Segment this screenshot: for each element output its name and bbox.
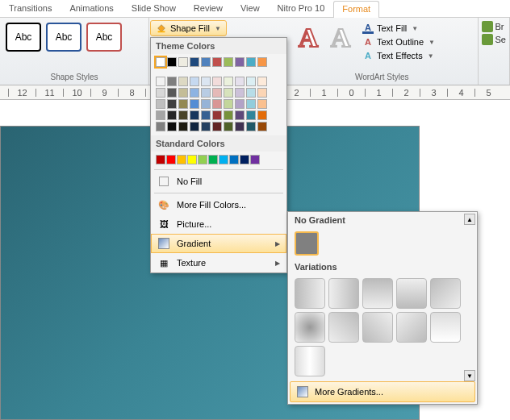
gradient-variation[interactable] [362, 312, 393, 343]
color-swatch[interactable] [190, 122, 199, 131]
color-swatch[interactable] [212, 110, 222, 120]
color-swatch[interactable] [235, 57, 245, 67]
color-swatch[interactable] [156, 122, 165, 131]
color-swatch[interactable] [224, 57, 233, 67]
color-swatch[interactable] [201, 122, 211, 131]
color-swatch[interactable] [201, 110, 211, 120]
color-swatch[interactable] [224, 122, 233, 131]
text-outline-button[interactable]: A Text Outline ▼ [360, 35, 437, 48]
color-swatch[interactable] [201, 57, 211, 67]
color-swatch[interactable] [250, 155, 260, 164]
color-swatch[interactable] [212, 57, 222, 67]
color-swatch[interactable] [246, 110, 256, 120]
scroll-up-button[interactable]: ▲ [464, 214, 475, 225]
color-swatch[interactable] [177, 155, 186, 164]
color-swatch[interactable] [246, 122, 256, 131]
color-swatch[interactable] [167, 57, 177, 67]
gradient-variation[interactable] [295, 346, 325, 376]
color-swatch[interactable] [224, 110, 233, 120]
color-swatch[interactable] [201, 88, 211, 98]
color-swatch[interactable] [156, 77, 165, 86]
color-swatch[interactable] [156, 88, 165, 98]
color-swatch[interactable] [156, 155, 165, 164]
gradient-variation[interactable] [362, 278, 393, 309]
color-swatch[interactable] [224, 99, 233, 109]
color-swatch[interactable] [178, 88, 188, 98]
tab-view[interactable]: View [232, 0, 269, 17]
color-swatch[interactable] [167, 122, 177, 131]
color-swatch[interactable] [219, 155, 228, 164]
send-backward-button[interactable]: Se [482, 34, 506, 45]
shape-style-preset-2[interactable]: Abc [46, 23, 82, 52]
color-swatch[interactable] [190, 77, 199, 86]
tab-review[interactable]: Review [185, 0, 232, 17]
color-swatch[interactable] [178, 57, 188, 67]
color-swatch[interactable] [229, 155, 239, 164]
wordart-preset-2[interactable]: A [326, 23, 355, 53]
gradient-variation[interactable] [396, 312, 427, 343]
color-swatch[interactable] [208, 155, 218, 164]
color-swatch[interactable] [240, 155, 249, 164]
color-swatch[interactable] [246, 88, 256, 98]
color-swatch[interactable] [224, 77, 233, 86]
color-swatch[interactable] [257, 57, 267, 67]
no-gradient-thumb[interactable] [295, 231, 319, 256]
tab-transitions[interactable]: Transitions [0, 0, 61, 17]
shape-style-preset-3[interactable]: Abc [86, 23, 122, 52]
color-swatch[interactable] [235, 122, 245, 131]
color-swatch[interactable] [212, 88, 222, 98]
gradient-variation[interactable] [328, 312, 359, 343]
color-swatch[interactable] [166, 155, 176, 164]
no-fill-item[interactable]: No Fill [151, 172, 286, 191]
texture-fill-item[interactable]: ▦ Texture [151, 253, 286, 272]
color-swatch[interactable] [246, 99, 256, 109]
color-swatch[interactable] [178, 122, 188, 131]
gradient-variation[interactable] [430, 278, 461, 309]
gradient-variation[interactable] [430, 312, 461, 343]
more-gradients-item[interactable]: More Gradients... [290, 381, 475, 402]
bring-forward-button[interactable]: Br [482, 21, 506, 32]
text-effects-button[interactable]: A Text Effects ▼ [360, 49, 437, 62]
tab-slide-show[interactable]: Slide Show [123, 0, 185, 17]
gradient-variation[interactable] [295, 278, 325, 309]
color-swatch[interactable] [198, 155, 207, 164]
color-swatch[interactable] [178, 99, 188, 109]
shape-fill-button[interactable]: Shape Fill ▼ [150, 20, 227, 36]
color-swatch[interactable] [167, 99, 177, 109]
gradient-variation[interactable] [328, 278, 359, 309]
color-swatch[interactable] [246, 57, 256, 67]
gradient-variation[interactable] [396, 278, 427, 309]
text-fill-button[interactable]: A Text Fill ▼ [360, 22, 437, 35]
color-swatch[interactable] [257, 110, 267, 120]
color-swatch[interactable] [257, 88, 267, 98]
tab-animations[interactable]: Animations [61, 0, 122, 17]
color-swatch[interactable] [167, 110, 177, 120]
color-swatch[interactable] [246, 77, 256, 86]
color-swatch[interactable] [235, 110, 245, 120]
color-swatch[interactable] [167, 77, 177, 86]
color-swatch[interactable] [178, 77, 188, 86]
color-swatch[interactable] [257, 122, 267, 131]
wordart-preset-1[interactable]: A [294, 23, 323, 53]
scroll-down-button[interactable]: ▼ [464, 370, 475, 381]
color-swatch[interactable] [190, 99, 199, 109]
color-swatch[interactable] [257, 99, 267, 109]
color-swatch[interactable] [257, 77, 267, 86]
tab-nitro[interactable]: Nitro Pro 10 [269, 0, 334, 17]
color-swatch[interactable] [190, 57, 199, 67]
color-swatch[interactable] [235, 99, 245, 109]
tab-format[interactable]: Format [333, 1, 379, 18]
color-swatch[interactable] [156, 110, 165, 120]
color-swatch[interactable] [156, 57, 165, 67]
color-swatch[interactable] [178, 110, 188, 120]
color-swatch[interactable] [190, 110, 199, 120]
gradient-variation[interactable] [295, 312, 325, 343]
color-swatch[interactable] [235, 88, 245, 98]
picture-fill-item[interactable]: 🖼 Picture... [151, 214, 286, 234]
color-swatch[interactable] [212, 99, 222, 109]
color-swatch[interactable] [167, 88, 177, 98]
more-fill-colors-item[interactable]: 🎨 More Fill Colors... [151, 195, 286, 214]
color-swatch[interactable] [201, 99, 211, 109]
color-swatch[interactable] [190, 88, 199, 98]
shape-style-preset-1[interactable]: Abc [6, 23, 41, 52]
